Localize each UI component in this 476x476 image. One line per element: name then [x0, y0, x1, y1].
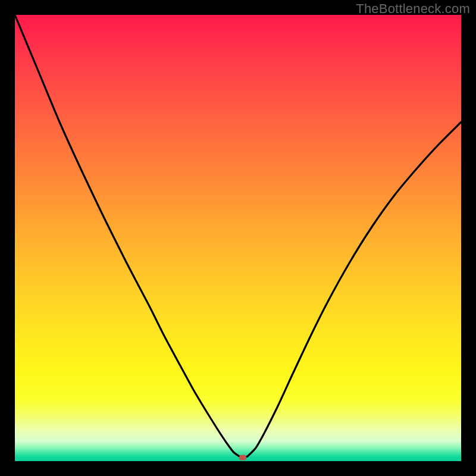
current-point-marker — [239, 455, 246, 461]
chart-frame: TheBottleneck.com — [0, 0, 476, 476]
curve-path — [15, 15, 461, 457]
bottleneck-curve — [15, 15, 461, 461]
plot-area — [15, 15, 461, 461]
